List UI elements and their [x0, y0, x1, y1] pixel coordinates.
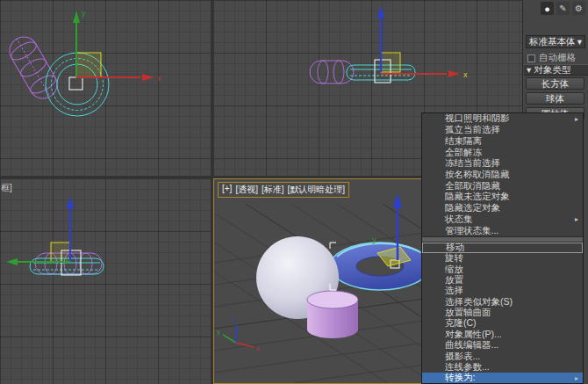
z-axis-arrow-icon[interactable]: [67, 197, 74, 208]
y-axis-arrow-icon[interactable]: [73, 11, 80, 23]
menu-item-unhide-all[interactable]: 全部取消隐藏: [422, 180, 583, 192]
menu-item-convert-to[interactable]: 转换为: ▸: [422, 373, 583, 383]
axis-label-x: x: [463, 70, 468, 79]
capsule-wireframe[interactable]: [4, 32, 62, 104]
submenu-arrow-icon: ▸: [575, 115, 578, 123]
cylinder-object[interactable]: [307, 291, 358, 338]
selection-bracket: [69, 77, 82, 90]
submenu-arrow-icon: ▸: [575, 215, 578, 223]
axis-label-y: y: [82, 9, 86, 18]
menu-item-unhide-by-name[interactable]: 按名称取消隐藏: [422, 170, 583, 181]
primitive-type-dropdown[interactable]: 标准基本体 ▾: [526, 35, 585, 48]
menu-item-clone[interactable]: 克隆(C): [422, 318, 583, 329]
menu-item-isolate-selection[interactable]: 孤立当前选择: [422, 125, 583, 136]
menu-item-rotate[interactable]: 旋转: [422, 253, 583, 264]
menu-item-unfreeze-all[interactable]: 全部解冻: [422, 147, 583, 158]
utilities-tab-icon[interactable]: ⚙: [572, 2, 585, 15]
box-button[interactable]: 长方体: [526, 77, 584, 90]
menu-item-state-sets[interactable]: 状态集 ▸: [422, 214, 583, 225]
tripod-label-x: x: [256, 345, 260, 351]
sphere-button[interactable]: 球体: [526, 92, 584, 105]
axis-label-x: x: [157, 74, 161, 83]
autogrid-checkbox[interactable]: [527, 54, 535, 62]
tripod-label-z: z: [233, 316, 236, 322]
move-gizmo[interactable]: x: [377, 6, 468, 79]
chevron-down-icon: ▾: [577, 36, 582, 47]
geometry-category-icon[interactable]: ●: [541, 2, 554, 15]
dropdown-value: 标准基本体: [529, 36, 576, 47]
viewport-top-canvas: y x: [0, 0, 211, 176]
viewport-splitter-vertical[interactable]: [211, 0, 213, 384]
torus-object[interactable]: [330, 243, 430, 290]
x-axis-arrow-icon[interactable]: [142, 74, 154, 81]
menu-item-scale[interactable]: 缩放: [422, 264, 583, 275]
menu-item-select[interactable]: 选择: [422, 286, 583, 296]
y-axis-arrow-icon[interactable]: [6, 258, 18, 265]
menu-item-freeze-selection[interactable]: 冻结当前选择: [422, 158, 583, 170]
rollout-title: 对象类型: [534, 65, 570, 75]
menu-item-hide-selected[interactable]: 隐藏选定对象: [422, 203, 583, 214]
viewport-left[interactable]: 框]: [0, 178, 211, 384]
menu-item-hide-unselected[interactable]: 隐藏未选定对象: [422, 192, 583, 203]
tripod-label-y: y: [217, 329, 220, 336]
menu-item-wire-parameters[interactable]: 连线参数...: [422, 362, 583, 373]
submenu-arrow-icon: ▸: [575, 374, 578, 382]
menu-item-place-pivot-surface[interactable]: 放置轴曲面: [422, 308, 583, 318]
menu-item-end-isolate[interactable]: 结束隔离: [422, 135, 583, 147]
autogrid-label: 自动栅格: [539, 52, 576, 64]
axis-label-y: y: [372, 235, 376, 244]
menu-item-object-properties[interactable]: 对象属性(P)...: [422, 330, 583, 340]
world-axis-tripod: x y z: [217, 316, 260, 351]
object-type-rollout[interactable]: ▾ 对象类型: [524, 64, 588, 76]
menu-item-dope-sheet[interactable]: 摄影表...: [422, 351, 583, 361]
autogrid-row: 自动栅格: [527, 52, 576, 64]
menu-item-placement[interactable]: 放置: [422, 275, 583, 286]
viewport-menu-shading[interactable]: [默认明暗处理]: [288, 184, 346, 196]
viewport-menu-standard[interactable]: [标准]: [262, 184, 284, 196]
quad-context-menu: 视口照明和阴影 ▸ 孤立当前选择 结束隔离 全部解冻 冻结当前选择 按名称取消隐…: [421, 112, 584, 384]
x-axis-arrow-icon[interactable]: [448, 70, 460, 77]
z-axis-arrow-icon[interactable]: [377, 6, 384, 18]
menu-item-move[interactable]: 移动: [422, 243, 583, 253]
move-gizmo[interactable]: y x: [73, 9, 161, 83]
menu-item-select-similar[interactable]: 选择类似对象(S): [422, 297, 583, 308]
viewport-menu-general[interactable]: [+]: [222, 184, 232, 196]
modify-tab-icon[interactable]: ✎: [556, 2, 570, 15]
panel-category-tabs: ● ✎ ⚙: [541, 2, 585, 15]
viewport-menu-pov[interactable]: [透视]: [235, 184, 258, 196]
viewport-left-canvas: [0, 178, 211, 384]
z-axis-arrow-icon[interactable]: [393, 193, 402, 207]
viewport-top[interactable]: y x: [0, 0, 211, 176]
menu-item-curve-editor[interactable]: 曲线编辑器...: [422, 340, 583, 351]
3dsmax-window: y x x: [0, 0, 588, 384]
viewport-label-bar: [+] [透视] [标准] [默认明暗处理]: [218, 182, 349, 198]
rollout-collapse-icon: ▾: [527, 65, 531, 75]
menu-item-manage-state-sets[interactable]: 管理状态集...: [422, 225, 583, 236]
menu-item-viewport-lighting[interactable]: 视口照明和阴影 ▸: [422, 113, 583, 125]
